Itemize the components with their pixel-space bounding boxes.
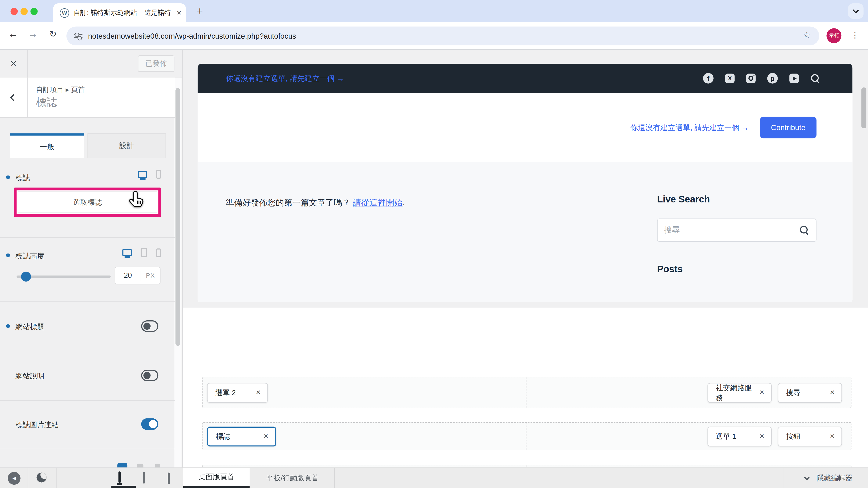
tab-desktop-header[interactable]: 桌面版頁首 bbox=[183, 468, 250, 488]
address-bar[interactable]: notesdemowebsite08.com/wp-admin/customiz… bbox=[66, 27, 819, 45]
mobile-preview-button[interactable] bbox=[168, 474, 170, 484]
live-search-heading: Live Search bbox=[657, 194, 710, 205]
remove-element-icon[interactable]: ✕ bbox=[759, 433, 765, 440]
start-here-link[interactable]: 請從這裡開始 bbox=[352, 197, 402, 207]
logo-height-value-box[interactable]: 20 PX bbox=[115, 267, 160, 284]
contribute-button[interactable]: Contribute bbox=[760, 117, 817, 138]
divider bbox=[57, 468, 57, 488]
social-icons: f X p bbox=[703, 64, 820, 93]
logo-height-value[interactable]: 20 bbox=[115, 271, 141, 281]
remove-element-icon[interactable]: ✕ bbox=[830, 389, 835, 396]
search-icon[interactable] bbox=[799, 225, 809, 235]
remove-element-icon[interactable]: ✕ bbox=[264, 433, 269, 440]
builder-row-right-zone[interactable]: 社交網路服務 ✕ 搜尋 ✕ bbox=[526, 377, 851, 408]
sidebar-tabs: 一般 設計 bbox=[0, 133, 175, 158]
sidebar-header: ✕ 已發佈 bbox=[0, 50, 183, 77]
chevron-down-icon bbox=[852, 7, 859, 13]
mobile-device-icon[interactable] bbox=[156, 248, 161, 257]
element-chip-menu1[interactable]: 選單 1 ✕ bbox=[708, 426, 772, 446]
element-chip-social[interactable]: 社交網路服務 ✕ bbox=[708, 383, 772, 402]
site-top-bar: 你還沒有建立選單, 請先建立一個 → f X p bbox=[197, 64, 852, 93]
remove-element-icon[interactable]: ✕ bbox=[830, 433, 835, 440]
site-title-toggle[interactable] bbox=[141, 320, 158, 332]
preview-scrollbar-thumb[interactable] bbox=[862, 88, 866, 128]
element-chip-menu2[interactable]: 選單 2 ✕ bbox=[207, 383, 268, 402]
hide-editor-button[interactable]: 隱藏編輯器 bbox=[805, 468, 852, 488]
x-twitter-icon[interactable]: X bbox=[725, 74, 735, 83]
facebook-icon[interactable]: f bbox=[703, 73, 714, 84]
first-post-prompt: 準備好發佈您的第一篇文章了嗎？ 請從這裡開始. bbox=[226, 197, 405, 208]
close-window-button[interactable] bbox=[11, 7, 18, 15]
tab-tablet-mobile-header[interactable]: 平板/行動版頁首 bbox=[251, 468, 334, 488]
desktop-device-icon bbox=[119, 471, 121, 483]
hand-cursor-icon bbox=[129, 190, 146, 208]
mobile-device-icon[interactable] bbox=[155, 464, 160, 467]
mobile-device-icon bbox=[168, 473, 170, 484]
element-chip-button[interactable]: 按鈕 ✕ bbox=[778, 426, 842, 446]
youtube-icon[interactable] bbox=[789, 74, 799, 83]
divider bbox=[334, 468, 335, 488]
browser-toolbar: ← → ↻ notesdemowebsite08.com/wp-admin/cu… bbox=[0, 22, 868, 50]
create-menu-link[interactable]: 你還沒有建立選單, 請先建立一個 → bbox=[226, 73, 344, 83]
collapse-sidebar-button[interactable]: ◀ bbox=[8, 472, 20, 485]
browser-tab[interactable]: W 自訂: 諾特斯示範網站 – 這是諾特 ✕ bbox=[53, 3, 186, 22]
tablet-preview-button[interactable] bbox=[143, 473, 145, 483]
builder-row-left-zone[interactable]: 選單 2 ✕ bbox=[203, 377, 526, 408]
site-settings-icon[interactable] bbox=[74, 34, 83, 38]
minimize-window-button[interactable] bbox=[21, 7, 28, 15]
browser-menu-icon[interactable]: ⋮ bbox=[851, 30, 859, 40]
bookmark-star-icon[interactable]: ☆ bbox=[803, 30, 810, 40]
back-section-button[interactable] bbox=[0, 77, 28, 118]
reload-button[interactable]: ↻ bbox=[49, 29, 57, 39]
published-button[interactable]: 已發佈 bbox=[138, 55, 175, 72]
element-chip-logo-selected[interactable]: 標誌 ✕ bbox=[207, 426, 276, 446]
builder-row-left-zone[interactable]: 標誌 ✕ bbox=[203, 423, 526, 450]
desktop-device-icon[interactable] bbox=[117, 463, 127, 468]
close-customizer-button[interactable]: ✕ bbox=[0, 50, 28, 77]
site-tagline-label: 網站說明 bbox=[16, 371, 44, 381]
builder-row-top[interactable]: 選單 2 ✕ 社交網路服務 ✕ 搜尋 ✕ bbox=[202, 377, 851, 409]
control-row-logo-height: 標誌高度 20 PX bbox=[0, 238, 175, 302]
toggle-knob bbox=[149, 420, 157, 428]
toggle-knob bbox=[143, 323, 151, 330]
remove-element-icon[interactable]: ✕ bbox=[256, 389, 261, 396]
desktop-preview-button[interactable] bbox=[119, 473, 121, 482]
builder-row-right-zone[interactable]: 選單 1 ✕ 按鈕 ✕ bbox=[526, 423, 851, 450]
site-tagline-toggle[interactable] bbox=[141, 369, 158, 381]
element-chip-search[interactable]: 搜尋 ✕ bbox=[778, 383, 842, 402]
pinterest-icon[interactable]: p bbox=[767, 73, 778, 84]
tab-general[interactable]: 一般 bbox=[10, 133, 84, 158]
site-header: 你還沒有建立選單, 請先建立一個 → Contribute bbox=[197, 93, 852, 162]
section-header: 自訂項目 ▸ 頁首 標誌 bbox=[0, 77, 175, 118]
sidebar-scrollbar-thumb[interactable] bbox=[176, 88, 180, 346]
zoom-window-button[interactable] bbox=[31, 7, 38, 15]
page-title: 標誌 bbox=[36, 95, 57, 109]
logo-height-slider[interactable] bbox=[17, 275, 111, 278]
builder-row-middle[interactable]: 標誌 ✕ 選單 1 ✕ 按鈕 ✕ bbox=[202, 422, 851, 451]
profile-avatar[interactable]: 示範 bbox=[827, 28, 841, 43]
tablet-device-icon[interactable] bbox=[141, 248, 147, 257]
search-input[interactable]: 搜尋 bbox=[657, 219, 816, 242]
create-menu-link[interactable]: 你還沒有建立選單, 請先建立一個 → bbox=[630, 123, 749, 132]
control-row-partial bbox=[0, 449, 175, 468]
slider-handle[interactable] bbox=[21, 271, 31, 282]
tab-design[interactable]: 設計 bbox=[88, 133, 166, 158]
builder-bottom-bar: ◀ 桌面版頁首 平板/行動版頁首 隱藏編輯器 bbox=[0, 467, 868, 488]
tab-close-icon[interactable]: ✕ bbox=[177, 9, 182, 16]
logo-link-toggle[interactable] bbox=[141, 418, 158, 430]
chevron-down-icon bbox=[804, 475, 809, 480]
forward-button[interactable]: → bbox=[28, 29, 38, 40]
desktop-device-icon[interactable] bbox=[122, 249, 132, 256]
dark-mode-moon-icon[interactable] bbox=[37, 473, 46, 482]
instagram-icon[interactable] bbox=[746, 74, 756, 83]
tab-search-button[interactable] bbox=[848, 3, 864, 19]
remove-element-icon[interactable]: ✕ bbox=[759, 389, 765, 396]
mobile-device-icon[interactable] bbox=[156, 170, 161, 179]
tablet-device-icon[interactable] bbox=[137, 464, 143, 467]
logo-height-unit[interactable]: PX bbox=[141, 272, 160, 279]
back-button[interactable]: ← bbox=[8, 29, 18, 40]
search-icon[interactable] bbox=[810, 73, 820, 83]
desktop-device-icon[interactable] bbox=[138, 171, 147, 178]
new-tab-button[interactable]: + bbox=[193, 4, 207, 18]
posts-heading: Posts bbox=[657, 264, 683, 275]
